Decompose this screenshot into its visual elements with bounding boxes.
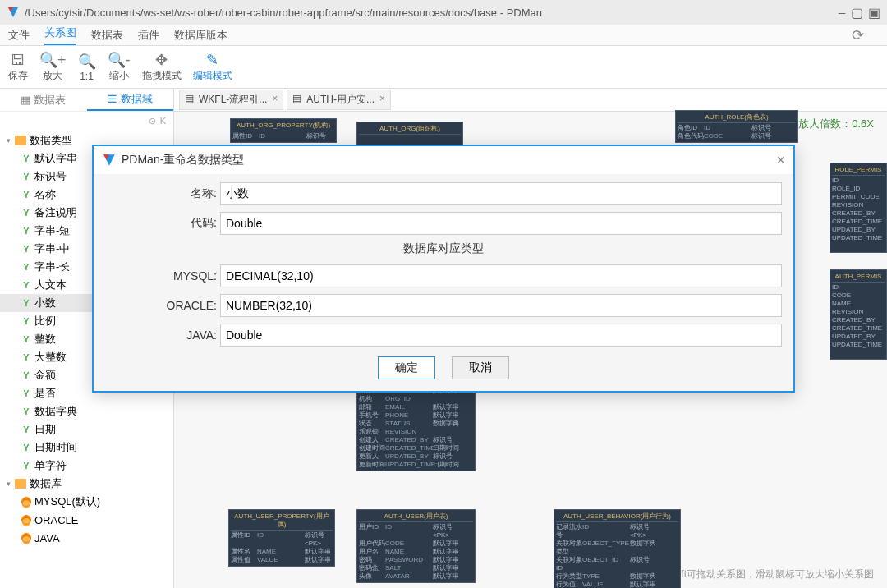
input-oracle[interactable] (220, 294, 782, 317)
label-name: 名称: (105, 186, 220, 201)
input-code[interactable] (220, 212, 782, 235)
dialog-title: PDMan-重命名数据类型 (122, 153, 244, 168)
label-code: 代码: (105, 216, 220, 231)
rename-datatype-dialog: PDMan-重命名数据类型 × 名称: 代码: 数据库对应类型 MYSQL: O… (92, 145, 795, 393)
modal-overlay: PDMan-重命名数据类型 × 名称: 代码: 数据库对应类型 MYSQL: O… (0, 0, 887, 588)
cancel-button[interactable]: 取消 (452, 356, 509, 379)
dialog-header: PDMan-重命名数据类型 × (94, 146, 793, 174)
dialog-section-title: 数据库对应类型 (105, 241, 782, 256)
label-oracle: ORACLE: (105, 299, 220, 312)
app-logo-icon (102, 153, 117, 168)
label-mysql: MYSQL: (105, 269, 220, 283)
ok-button[interactable]: 确定 (378, 356, 435, 379)
dialog-close-icon[interactable]: × (776, 152, 785, 169)
input-java[interactable] (220, 324, 782, 347)
input-name[interactable] (220, 182, 782, 205)
label-java: JAVA: (105, 328, 220, 342)
input-mysql[interactable] (220, 264, 782, 287)
